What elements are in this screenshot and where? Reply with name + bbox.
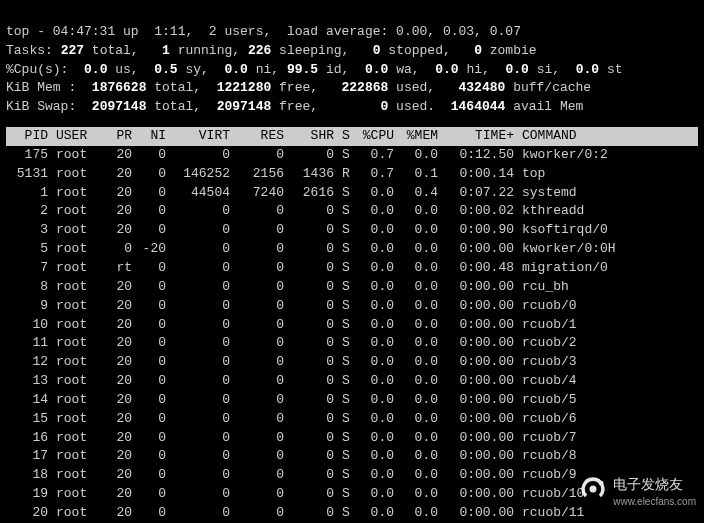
table-row: 18root200000S0.00.00:00.00rcuob/9 [6, 466, 698, 485]
cell-ni: -20 [136, 240, 170, 259]
cell-shr: 0 [288, 278, 338, 297]
cell-res: 0 [234, 316, 288, 335]
cell-shr: 0 [288, 485, 338, 504]
cell-user: root [52, 221, 102, 240]
table-row: 9root200000S0.00.00:00.00rcuob/0 [6, 297, 698, 316]
cell-user: root [52, 278, 102, 297]
col-cmd: COMMAND [518, 127, 698, 146]
cell-virt: 0 [170, 259, 234, 278]
cell-mem: 0.0 [398, 146, 442, 165]
cell-pid: 10 [6, 316, 52, 335]
cell-mem: 0.0 [398, 447, 442, 466]
cell-cmd: ksoftirqd/0 [518, 221, 698, 240]
cell-ni: 0 [136, 429, 170, 448]
cell-mem: 0.0 [398, 391, 442, 410]
cell-s: S [338, 504, 354, 523]
cell-cpu: 0.0 [354, 202, 398, 221]
cell-mem: 0.0 [398, 259, 442, 278]
cell-s: S [338, 146, 354, 165]
cell-s: S [338, 259, 354, 278]
cell-shr: 0 [288, 447, 338, 466]
cell-ni: 0 [136, 259, 170, 278]
cell-res: 7240 [234, 184, 288, 203]
cell-time: 0:00.00 [442, 240, 518, 259]
cell-shr: 0 [288, 259, 338, 278]
cell-ni: 0 [136, 334, 170, 353]
cell-time: 0:00.00 [442, 334, 518, 353]
cell-res: 0 [234, 429, 288, 448]
cell-mem: 0.0 [398, 429, 442, 448]
cell-virt: 44504 [170, 184, 234, 203]
cell-mem: 0.0 [398, 410, 442, 429]
cell-pr: 20 [102, 372, 136, 391]
cell-shr: 0 [288, 146, 338, 165]
cell-virt: 0 [170, 466, 234, 485]
cell-cmd: rcuob/11 [518, 504, 698, 523]
cell-ni: 0 [136, 316, 170, 335]
cell-pr: 20 [102, 391, 136, 410]
cell-user: root [52, 240, 102, 259]
cell-user: root [52, 184, 102, 203]
cell-pid: 16 [6, 429, 52, 448]
cell-s: S [338, 391, 354, 410]
cell-res: 0 [234, 240, 288, 259]
col-user: USER [52, 127, 102, 146]
cell-virt: 0 [170, 202, 234, 221]
cell-s: S [338, 485, 354, 504]
cell-shr: 0 [288, 410, 338, 429]
table-row: 7rootrt0000S0.00.00:00.48migration/0 [6, 259, 698, 278]
table-row: 5131root20014625221561436R0.70.10:00.14t… [6, 165, 698, 184]
cell-time: 0:07.22 [442, 184, 518, 203]
cell-pid: 5131 [6, 165, 52, 184]
cell-ni: 0 [136, 146, 170, 165]
cell-cmd: rcuob/8 [518, 447, 698, 466]
cell-mem: 0.0 [398, 297, 442, 316]
cell-res: 2156 [234, 165, 288, 184]
cell-virt: 0 [170, 221, 234, 240]
cell-cmd: rcuob/1 [518, 316, 698, 335]
table-row: 12root200000S0.00.00:00.00rcuob/3 [6, 353, 698, 372]
cell-res: 0 [234, 391, 288, 410]
cell-pr: 20 [102, 410, 136, 429]
cell-pr: 20 [102, 334, 136, 353]
table-row: 13root200000S0.00.00:00.00rcuob/4 [6, 372, 698, 391]
cell-time: 0:00.00 [442, 447, 518, 466]
cell-s: S [338, 372, 354, 391]
cell-pr: 20 [102, 447, 136, 466]
cell-user: root [52, 316, 102, 335]
cell-user: root [52, 297, 102, 316]
cell-s: S [338, 429, 354, 448]
cell-pid: 20 [6, 504, 52, 523]
cell-res: 0 [234, 410, 288, 429]
cell-cpu: 0.0 [354, 429, 398, 448]
cell-pr: 20 [102, 221, 136, 240]
cell-time: 0:00.00 [442, 278, 518, 297]
cell-shr: 0 [288, 372, 338, 391]
cell-ni: 0 [136, 184, 170, 203]
cell-mem: 0.0 [398, 221, 442, 240]
cell-mem: 0.0 [398, 372, 442, 391]
cell-time: 0:00.00 [442, 353, 518, 372]
cell-cpu: 0.0 [354, 278, 398, 297]
process-table: PID USER PR NI VIRT RES SHR S %CPU %MEM … [6, 127, 698, 523]
cell-cmd: migration/0 [518, 259, 698, 278]
cell-res: 0 [234, 334, 288, 353]
cell-user: root [52, 410, 102, 429]
cell-s: S [338, 221, 354, 240]
tasks-line: Tasks: 227 total, 1 running, 226 sleepin… [6, 43, 537, 58]
cell-user: root [52, 466, 102, 485]
cell-mem: 0.0 [398, 240, 442, 259]
cell-shr: 0 [288, 334, 338, 353]
cell-time: 0:00.00 [442, 316, 518, 335]
table-row: 19root200000S0.00.00:00.00rcuob/10 [6, 485, 698, 504]
cell-time: 0:00.00 [442, 297, 518, 316]
cell-time: 0:00.00 [442, 466, 518, 485]
table-row: 8root200000S0.00.00:00.00rcu_bh [6, 278, 698, 297]
cell-user: root [52, 202, 102, 221]
table-row: 20root200000S0.00.00:00.00rcuob/11 [6, 504, 698, 523]
cell-shr: 0 [288, 240, 338, 259]
table-row: 5root0-20000S0.00.00:00.00kworker/0:0H [6, 240, 698, 259]
cell-pr: 0 [102, 240, 136, 259]
cell-user: root [52, 391, 102, 410]
table-row: 11root200000S0.00.00:00.00rcuob/2 [6, 334, 698, 353]
